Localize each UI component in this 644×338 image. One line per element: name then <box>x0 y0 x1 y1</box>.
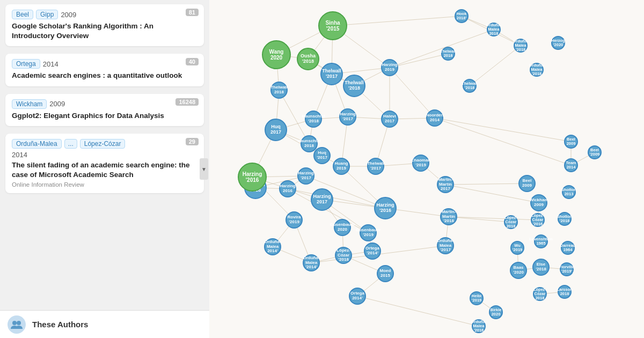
graph-node-martinmartin2018[interactable]: Martín-Martín '2018 <box>440 208 457 225</box>
svg-line-64 <box>449 217 511 222</box>
graph-node-huq2017[interactable]: Huq 2017 <box>265 119 287 141</box>
graph-node-wang2020[interactable]: Wang 2020 <box>262 40 291 69</box>
svg-line-38 <box>435 118 571 165</box>
graph-node-shotton2013[interactable]: Shotton 2013 <box>562 185 576 199</box>
graph-node-thelwall2018a[interactable]: Thelwall '2018 <box>343 75 365 97</box>
journal-name-4: Online Information Review <box>12 181 197 188</box>
graph-node-huang2019[interactable]: Huang 2019 <box>333 158 350 175</box>
graph-node-orduna2014a[interactable]: Orduña-Malea 2014' <box>264 238 281 255</box>
graph-node-orduna2018d[interactable]: Orduña-Malea '2018 <box>472 319 486 333</box>
svg-line-81 <box>357 296 479 326</box>
graph-node-orduna2017[interactable]: Orduña-Malea '2017 <box>437 237 454 254</box>
graph-node-lopezcozar2016a[interactable]: López-Cózar '2016 <box>531 213 545 227</box>
network-canvas: Sinha '2015Wang 2020Ousha '2018Thelwall … <box>209 0 644 338</box>
citation-badge-4: 29 <box>186 138 199 145</box>
author-tag-wickham[interactable]: Wickham <box>12 99 47 109</box>
paper-card-3[interactable]: Wickham 2009 16248 Ggplot2: Elegant Grap… <box>5 94 204 126</box>
graph-node-harzing2016b[interactable]: Harzing '2016 <box>374 197 397 219</box>
authors-icon <box>8 315 26 334</box>
paper-title-1: Google Scholar's Ranking Algorithm : An … <box>12 21 197 41</box>
graph-node-harzing2017a[interactable]: Harzing '2017 <box>339 108 356 126</box>
paper-title-4: The silent fading of an academic search … <box>12 160 197 180</box>
svg-point-1 <box>17 321 21 325</box>
graph-node-noorden2014[interactable]: Noorden 2014 <box>426 109 443 127</box>
graph-node-levenshtein1965[interactable]: Levenshtein 1965 <box>534 234 548 248</box>
graph-node-hook2018[interactable]: Hook 2018' <box>455 9 469 23</box>
svg-line-63 <box>449 217 538 220</box>
svg-point-0 <box>12 321 17 325</box>
graph-node-martinmartin2017[interactable]: Martín-Martín 2017 <box>437 176 454 193</box>
graph-node-harzing2017c[interactable]: Harzing 2017 <box>311 188 333 211</box>
graph-node-darreau1964[interactable]: Darreau 1964 <box>561 241 575 255</box>
paper-year-1: 2009 <box>61 11 76 19</box>
graph-node-ortega2014b[interactable]: Ortega 2014' <box>349 288 366 305</box>
graph-node-thelwall2017a[interactable]: Thelwall '2017 <box>320 63 343 85</box>
citation-badge-3: 16248 <box>175 98 199 106</box>
graph-node-beel2009b[interactable]: Beel '2009 <box>588 145 602 159</box>
graph-node-lopezcozar2018c[interactable]: López-Cózar 2018 <box>533 287 547 301</box>
these-authors-bar[interactable]: These Authors <box>0 310 209 338</box>
graph-node-gusenbauer2020[interactable]: Gusenbauer 2020 <box>334 219 351 236</box>
author-tag-gipp[interactable]: Gipp <box>36 10 58 19</box>
graph-node-orduna2018c[interactable]: Orduña-Malea '2018 <box>530 63 544 77</box>
paper-card-1[interactable]: Beel Gipp 2009 81 Google Scholar's Ranki… <box>5 4 204 46</box>
graph-node-baas2020[interactable]: Baas '2020 <box>510 262 527 279</box>
author-tag-ellipsis: ... <box>64 139 77 149</box>
paper-title-3: Ggplot2: Elegant Graphics for Data Analy… <box>12 111 197 121</box>
paper-card-4[interactable]: Orduña-Malea ... López-Cózar 2014 29 The… <box>5 134 204 193</box>
graph-node-orduna2014b[interactable]: Orduña-Malea '2014' <box>303 254 320 271</box>
author-tag-ortega[interactable]: Ortega <box>12 59 40 69</box>
graph-node-beel2009a[interactable]: Beel 2009 <box>564 135 578 149</box>
paper-title-2: Academic search engines : a quantitative… <box>12 71 197 80</box>
citation-badge-1: 81 <box>186 9 199 16</box>
graph-node-harzing2019[interactable]: Harzing 2019 <box>381 59 398 76</box>
graph-node-halevi2017[interactable]: Halevi 2017 <box>381 111 398 128</box>
graph-node-rovira2019[interactable]: Rovira '2019 <box>286 211 303 229</box>
graph-node-haunschild2018a[interactable]: Haunschild '2018 <box>305 111 322 128</box>
graph-node-beel2009c[interactable]: Beel 2009 <box>518 175 536 192</box>
graph-node-gusenbauer2019[interactable]: Gusenbauer '2019 <box>360 224 377 241</box>
graph-node-shotton2018[interactable]: Shotton '2018 <box>558 212 572 226</box>
graph-node-thelwall2018b[interactable]: Thelwall 2018 <box>270 82 288 99</box>
these-authors-label: These Authors <box>32 320 88 329</box>
graph-node-larsson2018[interactable]: Larsson 2018 <box>558 285 572 299</box>
author-tag-beel[interactable]: Beel <box>12 10 33 19</box>
graph-node-orduna2018a[interactable]: Orduña-Malea 2018 <box>487 23 501 36</box>
graph-node-chaoman2019[interactable]: Chaoman '2019 <box>412 155 429 172</box>
svg-line-19 <box>390 54 448 68</box>
graph-node-team2014[interactable]: Team 2014 <box>564 158 578 172</box>
graph-node-helbi2019[interactable]: Helbi '2019 <box>470 291 484 305</box>
citation-badge-2: 40 <box>186 58 199 65</box>
graph-node-thelwall2018d[interactable]: Thelwall '2018 <box>463 79 477 93</box>
paper-year-3: 2009 <box>49 100 65 108</box>
graph-node-harzing2016a[interactable]: Harzing 2016 <box>279 180 296 197</box>
graph-node-ortega2014a[interactable]: Ortega '2014' <box>364 243 381 260</box>
svg-line-37 <box>435 118 571 142</box>
svg-line-6 <box>333 16 462 26</box>
graph-node-birkle2020[interactable]: Birkle 2020 <box>489 305 503 319</box>
paper-year-2: 2014 <box>43 60 58 68</box>
graph-node-thelwall2017b[interactable]: Thelwall '2017 <box>367 158 384 175</box>
graph-node-herzog2020[interactable]: Herzog '2020 <box>551 36 565 50</box>
graph-node-harzing2017b[interactable]: Harzing '2017 <box>297 167 314 185</box>
svg-line-18 <box>390 68 435 118</box>
graph-node-else2018[interactable]: Else '2018 <box>532 259 550 276</box>
graph-node-moed2015[interactable]: Moed 2015 <box>377 265 394 282</box>
graph-node-wu2019[interactable]: Wu '2019 <box>510 241 524 255</box>
graph-node-wickham2009[interactable]: Wickham 2009 <box>530 194 547 211</box>
scroll-down-arrow[interactable]: ▼ <box>200 158 208 180</box>
graph-node-huq2017b[interactable]: Huq '2017 <box>313 147 331 164</box>
svg-line-57 <box>288 189 385 208</box>
author-tag-lopezcozar[interactable]: López-Cózar <box>80 139 126 149</box>
graph-node-lopezcozar2018a[interactable]: López-Cózar 2018 <box>504 215 518 229</box>
graph-node-harzing2016c[interactable]: Harzing '2016 <box>238 163 267 192</box>
paper-year-4: 2014 <box>12 151 27 159</box>
graph-node-orduna2018b[interactable]: Orduña-Malea '2018 <box>514 39 528 53</box>
author-tag-orduna[interactable]: Orduña-Malea <box>12 139 62 149</box>
graph-node-sinha2015[interactable]: Sinha '2015 <box>318 11 347 40</box>
graph-node-thelwall2018c[interactable]: Thelwall 2018 <box>441 47 455 61</box>
graph-node-ousha2018[interactable]: Ousha '2018 <box>297 48 319 70</box>
graph-node-fiorville2019[interactable]: Fiorville '2019' <box>560 262 574 276</box>
graph-node-lopezcozar2018b[interactable]: López-Cózar '2018 <box>335 247 352 264</box>
paper-card-2[interactable]: Ortega 2014 40 Academic search engines :… <box>5 54 204 86</box>
